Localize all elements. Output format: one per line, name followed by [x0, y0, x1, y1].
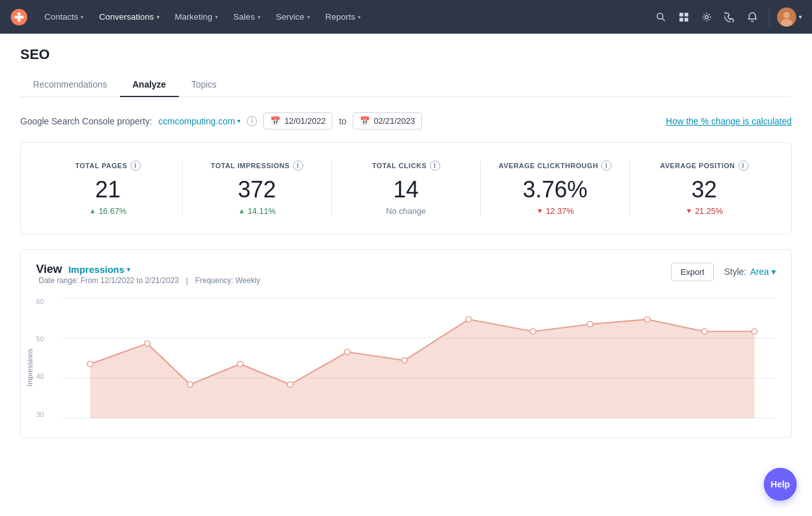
top-nav: Contacts ▾ Conversations ▾ Marketing ▾ S…	[0, 0, 812, 34]
total-pages-info-icon[interactable]: i	[131, 161, 141, 171]
stat-avg-clickthrough-change: ▼ 12.37%	[537, 206, 574, 216]
chart-svg-container	[62, 298, 776, 418]
console-label: Google Search Console property:	[20, 116, 152, 126]
nav-sales[interactable]: Sales ▾	[227, 8, 267, 25]
avatar	[777, 8, 796, 27]
phone-button[interactable]	[721, 8, 738, 26]
chart-metric-chevron-icon: ▾	[127, 266, 130, 273]
total-impressions-info-icon[interactable]: i	[293, 161, 303, 171]
stat-avg-position-change: ▼ 21.25%	[686, 206, 723, 216]
nav-logo[interactable]	[10, 8, 28, 26]
y-label-30: 30	[36, 411, 44, 418]
settings-button[interactable]	[698, 8, 716, 26]
sales-chevron-icon: ▾	[258, 14, 261, 20]
up-arrow-icon: ▲	[89, 207, 96, 215]
y-label-40: 40	[36, 373, 44, 380]
stat-total-pages: TOTAL PAGES i 21 ▲ 16.67%	[34, 161, 183, 216]
svg-point-15	[781, 19, 792, 27]
chart-card: View Impressions ▾ Date range: From 12/1…	[20, 249, 792, 438]
up-arrow-icon-2: ▲	[239, 207, 246, 215]
style-select[interactable]: Area ▾	[750, 267, 776, 277]
svg-point-23	[466, 317, 471, 322]
property-chevron-icon: ▾	[237, 117, 240, 124]
tab-recommendations[interactable]: Recommendations	[20, 73, 120, 97]
nav-contacts[interactable]: Contacts ▾	[38, 8, 90, 25]
user-menu[interactable]: ▾	[777, 8, 802, 27]
style-chevron-icon: ▾	[771, 267, 776, 277]
svg-rect-8	[679, 13, 683, 17]
down-arrow-icon-3: ▼	[537, 207, 544, 215]
tab-topics[interactable]: Topics	[179, 73, 230, 97]
svg-point-27	[702, 329, 707, 334]
date-from-input[interactable]: 📅 12/01/2022	[263, 112, 332, 129]
property-info-icon[interactable]: i	[247, 116, 257, 126]
bell-icon	[747, 12, 757, 22]
stat-avg-position-value: 32	[691, 177, 717, 202]
stat-avg-clickthrough-label: AVERAGE CLICKTHROUGH i	[499, 161, 612, 171]
stat-total-impressions-change: ▲ 14.11%	[239, 206, 276, 216]
avg-position-info-icon[interactable]: i	[738, 161, 749, 171]
chart-metric-select[interactable]: Impressions ▾	[69, 264, 130, 275]
svg-point-6	[657, 13, 663, 19]
help-button[interactable]: Help	[764, 468, 797, 501]
svg-point-25	[587, 321, 593, 326]
tabs-bar: Recommendations Analyze Topics	[20, 73, 792, 97]
svg-rect-9	[684, 13, 688, 17]
svg-point-24	[530, 329, 536, 334]
nav-service[interactable]: Service ▾	[270, 8, 317, 25]
svg-point-14	[783, 12, 790, 18]
svg-rect-10	[679, 18, 683, 22]
marketing-chevron-icon: ▾	[215, 14, 218, 20]
phone-icon	[724, 12, 735, 22]
svg-point-16	[88, 361, 93, 366]
style-value: Area	[750, 267, 769, 277]
hubspot-logo-icon	[10, 8, 28, 26]
calendar-to-icon: 📅	[360, 116, 370, 126]
stat-total-clicks-change: No change	[386, 206, 426, 216]
pct-change-link[interactable]: How the % change is calculated	[666, 116, 792, 126]
chart-right: Export Style: Area ▾	[671, 263, 776, 281]
date-to-input[interactable]: 📅 02/21/2023	[353, 112, 422, 129]
nav-icons: ▾	[652, 8, 802, 27]
svg-point-12	[705, 15, 709, 18]
stat-total-clicks-label: TOTAL CLICKS i	[372, 161, 440, 171]
property-select[interactable]: ccmcomputing.com ▾	[159, 116, 241, 126]
chart-subtitle: Date range: From 12/1/2022 to 2/21/2023 …	[36, 276, 263, 285]
chart-view-label: View	[36, 263, 62, 276]
stat-avg-position: AVERAGE POSITION i 32 ▼ 21.25%	[630, 161, 778, 216]
stats-card: TOTAL PAGES i 21 ▲ 16.67% TOTAL IMPRESSI…	[20, 142, 792, 234]
nav-marketing[interactable]: Marketing ▾	[169, 8, 225, 25]
svg-point-18	[187, 381, 193, 387]
notifications-button[interactable]	[743, 8, 761, 26]
nav-conversations[interactable]: Conversations ▾	[93, 8, 166, 25]
stat-total-pages-label: TOTAL PAGES i	[75, 161, 140, 171]
export-button[interactable]: Export	[671, 263, 714, 281]
total-clicks-info-icon[interactable]: i	[430, 161, 440, 171]
stat-total-clicks: TOTAL CLICKS i 14 No change	[332, 161, 481, 216]
avg-clickthrough-info-icon[interactable]: i	[601, 161, 612, 171]
stat-total-pages-change: ▲ 16.67%	[89, 206, 127, 216]
search-button[interactable]	[652, 8, 670, 26]
svg-point-20	[287, 381, 293, 387]
calendar-from-icon: 📅	[270, 116, 280, 126]
property-value: ccmcomputing.com	[159, 116, 235, 126]
svg-point-28	[752, 329, 757, 334]
conversations-chevron-icon: ▾	[157, 14, 160, 20]
style-row: Style: Area ▾	[724, 267, 776, 277]
svg-point-26	[645, 317, 650, 322]
stat-total-impressions-label: TOTAL IMPRESSIONS i	[211, 161, 303, 171]
svg-point-2	[18, 18, 21, 22]
apps-button[interactable]	[675, 8, 693, 26]
settings-icon	[702, 12, 712, 22]
filter-row: Google Search Console property: ccmcompu…	[20, 112, 792, 129]
nav-reports[interactable]: Reports ▾	[319, 8, 367, 25]
y-labels: 60 50 40 30	[36, 298, 44, 418]
tab-analyze[interactable]: Analyze	[120, 73, 179, 97]
search-icon	[656, 12, 666, 22]
svg-line-7	[662, 18, 665, 21]
stat-avg-position-label: AVERAGE POSITION i	[660, 161, 749, 171]
svg-point-5	[17, 15, 21, 19]
svg-point-19	[237, 361, 243, 366]
down-arrow-icon-4: ▼	[686, 207, 693, 215]
apps-icon	[679, 12, 689, 22]
